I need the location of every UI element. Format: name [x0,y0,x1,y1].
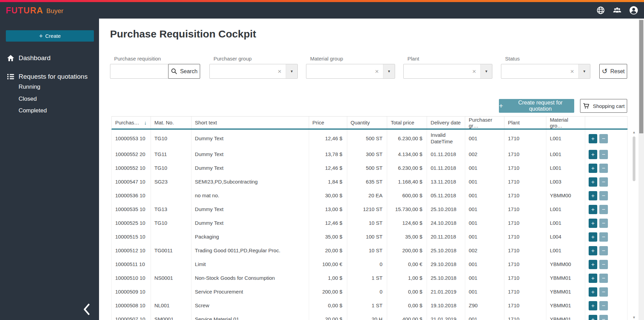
cell-total-price: 124,60 $ [387,216,427,230]
globe-icon[interactable] [596,5,605,15]
shopping-cart-button[interactable]: Shopping cart [580,99,627,113]
cell-purchase-requisition: 10000509 10 [112,285,151,299]
remove-from-cart-button[interactable]: − [599,177,608,187]
table-row[interactable]: 10000508 10 NL001 Screw 0,00 $ 1 ST 0,00… [112,299,627,312]
scroll-down-icon[interactable]: ▼ [632,316,636,319]
column-header-total-price[interactable]: Total price [387,117,427,129]
add-to-cart-button[interactable]: + [589,205,597,214]
sidebar-subitem-completed[interactable]: Completed [0,106,99,116]
page-scrollbar[interactable] [638,19,644,320]
sidebar-collapse-button[interactable] [80,302,94,317]
remove-from-cart-button[interactable]: − [599,150,608,159]
clear-icon[interactable]: × [275,64,284,78]
table-row[interactable]: 10000552 20 TG11 Dummy Text 13,78 $ 300 … [112,147,627,161]
clear-icon[interactable]: × [568,64,577,78]
column-header-quantity[interactable]: Quantity [347,117,388,129]
chevron-down-icon[interactable]: ▼ [578,64,590,78]
account-icon[interactable] [629,5,638,15]
status-combobox[interactable]: × ▼ [501,64,590,79]
sidebar-item-dashboard[interactable]: Dashboard [0,52,99,64]
combobox-value[interactable] [306,64,372,78]
table-scrollbar-thumb[interactable] [633,136,635,181]
remove-from-cart-button[interactable]: − [599,274,608,283]
cell-price: 12,46 $ [309,216,347,230]
combobox-value[interactable] [501,64,568,78]
cell-short-text: Service Material 01 [192,312,309,320]
add-to-cart-button[interactable]: + [589,191,597,200]
table-scrollbar[interactable]: ▲ ▼ [632,130,636,320]
reset-button[interactable]: ↺ Reset [599,64,627,79]
column-header-mat-no[interactable]: Mat. No. [151,117,192,129]
chevron-down-icon[interactable]: ▼ [383,64,395,78]
table-row[interactable]: 10000535 10 TG13 Dummy Text 13,00 $ 1210… [112,202,627,216]
add-to-cart-button[interactable]: + [589,315,597,320]
remove-from-cart-button[interactable]: − [599,246,608,255]
add-to-cart-button[interactable]: + [589,301,597,310]
page-scrollbar-thumb[interactable] [639,20,643,133]
add-to-cart-button[interactable]: + [589,164,597,173]
sidebar-subitem-running[interactable]: Running [0,82,99,92]
add-to-cart-button[interactable]: + [589,287,597,297]
remove-from-cart-button[interactable]: − [599,260,608,269]
column-header-material-group[interactable]: Material gro… [546,117,585,129]
remove-from-cart-button[interactable]: − [599,191,608,200]
table-row[interactable]: 10000515 10 Packaging 35,00 $ 100 ST 35,… [112,230,627,244]
material-group-combobox[interactable]: × ▼ [306,64,395,79]
table-row[interactable]: 10000509 10 Service Procurement 200,00 $… [112,285,627,299]
remove-from-cart-button[interactable]: − [599,164,608,173]
purchaser-group-combobox[interactable]: × ▼ [209,64,298,79]
purchase-requisition-input[interactable] [110,64,168,79]
chevron-down-icon[interactable]: ▼ [286,64,297,78]
column-header-purchase[interactable]: Purchas… ↓ [112,117,151,129]
clear-icon[interactable]: × [372,64,381,78]
remove-from-cart-button[interactable]: − [599,232,608,242]
column-header-plant[interactable]: Plant [504,117,546,129]
table-row[interactable]: 10000552 10 TG10 Dummy Text 12,46 $ 500 … [112,161,627,175]
add-to-cart-button[interactable]: + [589,232,597,242]
combobox-value[interactable] [210,64,275,78]
table-row[interactable]: 10000525 10 TG10 Dummy Text 12,46 $ 10 S… [112,216,627,230]
table-row[interactable]: 10000512 10 TG0011 Trading Good 0011,PD,… [112,244,627,257]
cell-purchase-requisition: 10000515 10 [112,230,151,244]
add-to-cart-button[interactable]: + [589,219,597,228]
cell-material-number: TG10 [151,130,192,147]
create-rfq-button[interactable]: + Create request for quotation [499,99,574,113]
column-header-purchaser-group[interactable]: Purchaser gr… [465,117,504,129]
add-to-cart-button[interactable]: + [589,274,597,283]
scroll-up-icon[interactable]: ▲ [632,130,636,134]
remove-from-cart-button[interactable]: − [599,205,608,214]
plant-combobox[interactable]: × ▼ [403,64,492,79]
cell-price: 1,84 $ [309,175,347,189]
add-to-cart-button[interactable]: + [589,260,597,269]
remove-from-cart-button[interactable]: − [599,315,608,320]
combobox-value[interactable] [404,64,470,78]
create-button[interactable]: + Create [6,30,94,42]
add-to-cart-button[interactable]: + [589,134,597,143]
table-row[interactable]: 10000511 10 Limit 100,00 € 0 0,00 € 29.1… [112,257,627,271]
table-row[interactable]: 10000507 10 SM0001 Service Material 01 2… [112,312,627,320]
cell-purchaser-group: Z90 [465,299,504,312]
cell-material-number [151,285,192,299]
remove-from-cart-button[interactable]: − [599,134,608,143]
add-to-cart-button[interactable]: + [589,150,597,159]
clear-icon[interactable]: × [470,64,479,78]
table-row[interactable]: 10000510 10 NS0001 Non-Stock Goods for C… [112,271,627,285]
chevron-down-icon[interactable]: ▼ [480,64,492,78]
column-header-price[interactable]: Price [309,117,347,129]
column-label: Plant [508,120,520,125]
add-to-cart-button[interactable]: + [589,177,597,187]
sidebar-subitem-closed[interactable]: Closed [0,94,99,104]
column-header-delivery-date[interactable]: Delivery date [427,117,465,129]
remove-from-cart-button[interactable]: − [599,219,608,228]
column-header-short-text[interactable]: Short text [192,117,309,129]
remove-from-cart-button[interactable]: − [599,287,608,297]
add-to-cart-button[interactable]: + [589,246,597,255]
remove-from-cart-button[interactable]: − [599,301,608,310]
table-row[interactable]: 10000553 10 TG10 Dummy Text 12,46 $ 500 … [112,130,627,147]
table-row[interactable]: 10000536 10 no mat no. 30,00 $ 20 EA 600… [112,189,627,202]
team-icon[interactable] [612,5,622,15]
search-button[interactable]: Search [168,64,200,79]
table-row[interactable]: 10000547 10 SG23 SEMI23,PD,Subcontractin… [112,175,627,189]
sidebar-item-requests-for-quotations[interactable]: Requests for quotations [0,70,99,83]
cell-short-text: Trading Good 0011,PD,Regular Proc. [192,244,309,257]
